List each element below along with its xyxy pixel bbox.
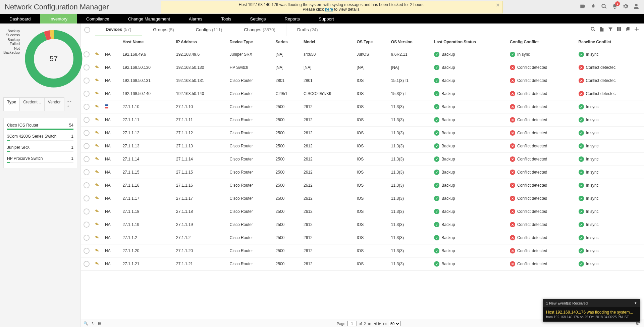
col-blank-2[interactable]	[102, 36, 120, 48]
footer-refresh-icon[interactable]: ↻	[92, 321, 95, 326]
nav-alarms[interactable]: Alarms	[179, 14, 212, 24]
table-row[interactable]: NA27.1.1.227.1.1.2Cisco Router25002612IO…	[81, 231, 644, 244]
table-row[interactable]: NA27.1.1.1527.1.1.15Cisco Router25002612…	[81, 166, 644, 179]
table-row[interactable]: NA27.1.1.1427.1.1.14Cisco Router25002612…	[81, 153, 644, 166]
side-tab-type[interactable]: Type	[3, 97, 20, 111]
table-row[interactable]: NA192.168.50.130192.168.50.130HP Switch[…	[81, 61, 644, 74]
type-row[interactable]: HP Procurve Switch1	[7, 154, 73, 165]
table-row[interactable]: NA27.1.1.1127.1.1.11Cisco Router25002612…	[81, 113, 644, 127]
col-Baseline Conflict[interactable]: Baseline Conflict	[576, 36, 644, 48]
col-Host Name[interactable]: Host Name	[120, 36, 173, 48]
row-checkbox[interactable]	[84, 235, 90, 241]
col-Config Conflict[interactable]: Config Conflict	[507, 36, 576, 48]
col-Last Operation Status[interactable]: Last Operation Status	[431, 36, 507, 48]
side-tab-more[interactable]: • • •	[64, 97, 77, 111]
type-row[interactable]: Juniper SRX1	[7, 143, 73, 154]
export-pdf-icon[interactable]	[599, 27, 604, 33]
table-row[interactable]: NA27.1.1.1827.1.1.18Cisco Router25002612…	[81, 205, 644, 218]
row-checkbox[interactable]	[84, 208, 90, 215]
key-icon[interactable]	[92, 231, 102, 244]
key-icon[interactable]	[92, 192, 102, 205]
footer-settings-icon[interactable]: ▤	[98, 321, 101, 326]
row-checkbox[interactable]	[84, 261, 90, 267]
table-row[interactable]: NA27.1.1.2027.1.1.20Cisco Router25002612…	[81, 244, 644, 258]
video-icon[interactable]	[580, 3, 586, 10]
footer-search-icon[interactable]: 🔍	[84, 321, 88, 326]
key-icon[interactable]	[92, 218, 102, 231]
col-OS Version[interactable]: OS Version	[388, 36, 431, 48]
key-icon[interactable]	[92, 258, 102, 271]
pager-first-icon[interactable]: ⏮	[368, 322, 372, 326]
chevron-down-icon[interactable]: ▾	[635, 301, 637, 305]
table-row[interactable]: NA27.1.1.1627.1.1.16Cisco Router25002612…	[81, 179, 644, 192]
tab-changes[interactable]: Changes (3570)	[233, 24, 286, 36]
nav-support[interactable]: Support	[309, 14, 343, 24]
side-tab-credent[interactable]: Credent...	[19, 97, 45, 111]
add-icon[interactable]	[634, 27, 639, 33]
nav-reports[interactable]: Reports	[275, 14, 310, 24]
table-row[interactable]: NA27.1.1.1727.1.1.17Cisco Router25002612…	[81, 192, 644, 205]
bell-icon[interactable]: 1	[612, 3, 618, 10]
key-icon[interactable]	[92, 153, 102, 166]
key-icon[interactable]	[92, 87, 102, 100]
nav-inventory[interactable]: Inventory	[40, 14, 77, 24]
nav-change-management[interactable]: Change Management	[119, 14, 179, 24]
search-icon[interactable]	[590, 27, 596, 33]
nav-compliance[interactable]: Compliance	[77, 14, 119, 24]
close-icon[interactable]: ✕	[496, 2, 500, 8]
table-row[interactable]: NA192.168.50.140192.168.50.140Cisco Rout…	[81, 87, 644, 100]
pager-last-icon[interactable]: ⏭	[383, 322, 387, 326]
row-checkbox[interactable]	[84, 104, 90, 110]
table-row[interactable]: NA27.1.1.1327.1.1.13Cisco Router25002612…	[81, 140, 644, 153]
pager-prev-icon[interactable]: ◀	[374, 321, 376, 326]
key-icon[interactable]	[92, 179, 102, 192]
tab-drafts[interactable]: Drafts (24)	[286, 24, 329, 36]
tab-groups[interactable]: Groups (5)	[142, 24, 185, 36]
row-checkbox[interactable]	[84, 169, 90, 175]
col-blank-1[interactable]	[92, 36, 102, 48]
nav-settings[interactable]: Settings	[241, 14, 275, 24]
key-icon[interactable]	[92, 113, 102, 127]
search-icon[interactable]	[601, 3, 607, 10]
col-IP Address[interactable]: IP Address	[173, 36, 227, 48]
key-icon[interactable]	[92, 48, 102, 61]
key-icon[interactable]	[92, 61, 102, 74]
key-icon[interactable]	[92, 100, 102, 113]
col-Series[interactable]: Series	[273, 36, 301, 48]
alert-link[interactable]: here	[325, 7, 333, 12]
tab-devices[interactable]: Devices (57)	[95, 24, 142, 36]
row-checkbox[interactable]	[84, 156, 90, 162]
table-row[interactable]: 27.1.1.1027.1.1.10Cisco Router25002612IO…	[81, 100, 644, 113]
key-icon[interactable]	[92, 244, 102, 258]
row-checkbox[interactable]	[84, 195, 90, 201]
key-icon[interactable]	[92, 140, 102, 153]
page-input[interactable]	[347, 321, 357, 326]
notification-toast[interactable]: 1 New Event(s) Received ▾ Host 192.168.1…	[543, 299, 640, 322]
col-OS Type[interactable]: OS Type	[354, 36, 388, 48]
table-row[interactable]: NA192.168.50.131192.168.50.131Cisco Rout…	[81, 74, 644, 87]
row-checkbox[interactable]	[84, 222, 90, 228]
col-Device Type[interactable]: Device Type	[227, 36, 273, 48]
columns-icon[interactable]	[616, 27, 622, 33]
row-checkbox[interactable]	[84, 91, 90, 97]
tab-configs[interactable]: Configs (111)	[185, 24, 233, 36]
side-tab-vendor[interactable]: Vendor	[44, 97, 64, 111]
key-icon[interactable]	[92, 205, 102, 218]
nav-dashboard[interactable]: Dashboard	[0, 14, 40, 24]
row-checkbox[interactable]	[84, 130, 90, 136]
device-table-wrap[interactable]: Host NameIP AddressDevice TypeSeriesMode…	[81, 36, 644, 320]
row-checkbox[interactable]	[84, 117, 90, 123]
row-checkbox[interactable]	[84, 143, 90, 149]
copy-icon[interactable]	[625, 27, 631, 33]
table-row[interactable]: NA27.1.1.2127.1.1.21Cisco Router25002612…	[81, 258, 644, 271]
donut-chart[interactable]: 57	[22, 27, 86, 91]
gear-icon[interactable]	[623, 3, 629, 10]
type-row[interactable]: 3Com 4200G Series Switch1	[7, 132, 73, 143]
filter-icon[interactable]	[608, 27, 613, 33]
table-row[interactable]: NA192.168.49.6192.168.49.6Juniper SRX[NA…	[81, 48, 644, 61]
table-row[interactable]: NA27.1.1.1927.1.1.19Cisco Router25002612…	[81, 218, 644, 231]
nav-tools[interactable]: Tools	[212, 14, 240, 24]
key-icon[interactable]	[92, 166, 102, 179]
col-Model[interactable]: Model	[301, 36, 354, 48]
table-row[interactable]: NA27.1.1.1227.1.1.12Cisco Router25002612…	[81, 127, 644, 140]
